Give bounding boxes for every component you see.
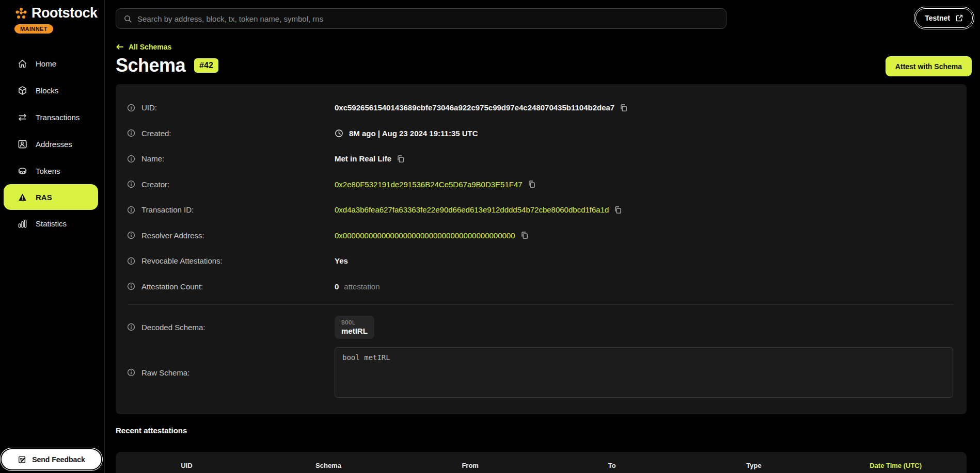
send-feedback-button[interactable]: Send Feedback	[2, 449, 101, 469]
rootstock-logo[interactable]: Rootstock	[14, 5, 98, 21]
info-icon	[127, 180, 135, 188]
revocable-value: Yes	[335, 256, 348, 265]
copy-icon[interactable]	[614, 206, 622, 214]
attestations-table-header: UID Schema From To Type Date Time (UTC)	[116, 452, 967, 473]
recent-attestations-title: Recent attestations	[116, 426, 187, 435]
clock-icon	[335, 129, 343, 138]
schema-id-badge: #42	[194, 58, 218, 73]
info-icon	[127, 129, 135, 137]
divider	[128, 304, 953, 305]
column-header-datetime[interactable]: Date Time (UTC)	[825, 462, 967, 473]
column-header-to[interactable]: To	[541, 462, 683, 473]
column-header-from[interactable]: From	[399, 462, 541, 473]
info-icon	[127, 104, 135, 112]
info-icon	[127, 323, 135, 331]
contact-card-icon	[17, 139, 28, 150]
transfer-arrows-icon	[17, 112, 28, 123]
copy-icon[interactable]	[620, 104, 628, 112]
column-header-schema[interactable]: Schema	[258, 462, 400, 473]
info-icon	[127, 257, 135, 265]
detail-row-name: Name: Met in Real Life	[127, 146, 954, 172]
detail-row-resolver-address: Resolver Address: 0x00000000000000000000…	[127, 223, 954, 249]
sidebar-item-label: Addresses	[36, 140, 72, 149]
copy-icon[interactable]	[528, 180, 536, 188]
detail-label: Transaction ID:	[141, 205, 194, 214]
sidebar-item-addresses[interactable]: Addresses	[0, 131, 104, 157]
bar-chart-icon	[17, 218, 28, 229]
detail-label: Creator:	[141, 180, 169, 189]
column-header-type[interactable]: Type	[683, 462, 825, 473]
sidebar-item-home[interactable]: Home	[0, 50, 104, 77]
uid-value: 0xc5926561540143689cbfe73046a922c975c99d…	[335, 103, 614, 112]
sidebar-item-statistics[interactable]: Statistics	[0, 210, 104, 237]
sidebar-item-label: Home	[36, 59, 56, 68]
rootstock-flower-icon	[14, 7, 28, 20]
brand-name: Rootstock	[31, 5, 98, 21]
main-content: Testnet All Schemas Schema #42 Attest wi…	[105, 0, 980, 473]
sidebar-item-label: Transactions	[36, 113, 80, 122]
detail-label: UID:	[141, 103, 157, 112]
sidebar-item-ras[interactable]: RAS	[4, 184, 98, 210]
detail-row-decoded-schema: Decoded Schema: BOOL metIRL	[127, 310, 954, 344]
sidebar-item-label: Blocks	[36, 86, 58, 95]
sidebar-item-blocks[interactable]: Blocks	[0, 77, 104, 104]
creator-address-link[interactable]: 0x2e80F532191de291536B24Ce5D67a9B0D3E51F…	[335, 180, 523, 189]
external-link-icon	[955, 14, 963, 22]
detail-row-transaction-id: Transaction ID: 0xd4a3b6fea627fa63363fe2…	[127, 197, 954, 223]
detail-label: Revocable Attestations:	[141, 256, 223, 265]
info-icon	[127, 368, 135, 377]
sidebar-item-label: RAS	[36, 193, 52, 202]
attestation-triangle-icon	[17, 192, 28, 203]
detail-label: Resolver Address:	[141, 231, 204, 240]
attest-with-schema-button[interactable]: Attest with Schema	[886, 56, 972, 76]
resolver-address-link[interactable]: 0x00000000000000000000000000000000000000…	[335, 231, 515, 240]
home-icon	[17, 58, 28, 69]
detail-row-attestation-count: Attestation Count: 0 attestation	[127, 274, 954, 300]
schema-field-name: metIRL	[341, 327, 368, 335]
info-icon	[127, 231, 135, 239]
attestation-count-value: 0	[335, 282, 339, 291]
sidebar-item-label: Statistics	[36, 219, 67, 228]
schema-field-type: BOOL	[341, 319, 368, 326]
edit-document-icon	[18, 455, 27, 464]
transaction-id-link[interactable]: 0xd4a3b6fea627fa63363fe22e90d66ed613e912…	[335, 205, 609, 214]
schema-detail-card: UID: 0xc5926561540143689cbfe73046a922c97…	[116, 84, 967, 414]
info-icon	[127, 155, 135, 163]
title-row: Schema #42	[116, 55, 218, 76]
detail-label: Raw Schema:	[141, 368, 189, 377]
detail-label: Decoded Schema:	[141, 323, 205, 332]
sidebar-nav: Home Blocks Transactions	[0, 50, 104, 237]
sidebar-item-label: Tokens	[36, 167, 60, 175]
copy-icon[interactable]	[397, 155, 405, 163]
detail-row-uid: UID: 0xc5926561540143689cbfe73046a922c97…	[127, 95, 954, 121]
coin-icon	[17, 166, 28, 176]
send-feedback-label: Send Feedback	[32, 455, 85, 464]
detail-row-creator: Creator: 0x2e80F532191de291536B24Ce5D67a…	[127, 172, 954, 198]
testnet-label: Testnet	[925, 14, 950, 22]
raw-schema-textarea[interactable]: bool metIRL	[335, 347, 953, 398]
search-bar	[116, 8, 726, 29]
info-icon	[127, 206, 135, 214]
cube-icon	[17, 85, 28, 96]
attestation-count-suffix: attestation	[344, 282, 380, 291]
testnet-button[interactable]: Testnet	[915, 8, 973, 28]
sidebar: Rootstock MAINNET Home Blocks	[0, 0, 105, 473]
breadcrumb-all-schemas[interactable]: All Schemas	[116, 43, 171, 51]
detail-row-created: Created: 8M ago | Aug 23 2024 19:11:35 U…	[127, 121, 954, 146]
column-header-uid[interactable]: UID	[116, 462, 258, 473]
name-value: Met in Real Life	[335, 154, 391, 163]
copy-icon[interactable]	[520, 231, 529, 239]
detail-row-raw-schema: Raw Schema: bool metIRL	[127, 347, 954, 398]
detail-label: Created:	[141, 129, 171, 138]
arrow-left-icon	[116, 43, 124, 51]
breadcrumb-label: All Schemas	[129, 43, 171, 51]
page-title: Schema	[116, 55, 185, 76]
info-icon	[127, 282, 135, 290]
detail-label: Attestation Count:	[141, 282, 203, 291]
sidebar-item-transactions[interactable]: Transactions	[0, 104, 104, 131]
detail-row-revocable: Revocable Attestations: Yes	[127, 248, 954, 274]
detail-label: Name:	[141, 154, 164, 163]
search-input[interactable]	[137, 14, 719, 23]
sidebar-item-tokens[interactable]: Tokens	[0, 157, 104, 184]
created-value: 8M ago | Aug 23 2024 19:11:35 UTC	[349, 129, 478, 138]
